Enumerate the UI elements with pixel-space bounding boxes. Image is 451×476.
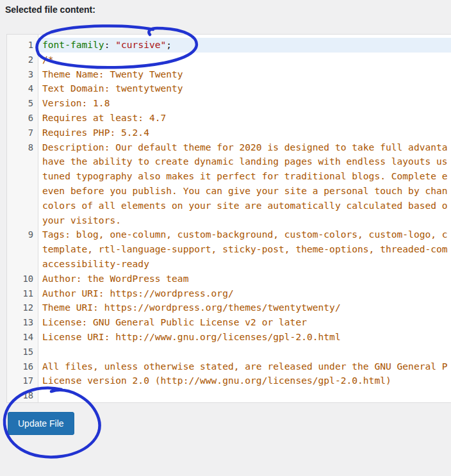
line-number: 3 <box>7 67 38 82</box>
code-line[interactable]: your visitors. <box>7 213 451 228</box>
code-token: Description: Our default theme for 2020 … <box>42 142 448 152</box>
code-line[interactable]: 8Description: Our default theme for 2020… <box>7 140 451 155</box>
code-text[interactable]: Text Domain: twentytwenty <box>38 81 451 96</box>
line-number: 7 <box>7 126 38 140</box>
code-token: Theme Name: Twenty Twenty <box>42 69 183 79</box>
code-token: font-family <box>42 39 104 50</box>
code-line[interactable]: 3Theme Name: Twenty Twenty <box>7 67 451 82</box>
code-token: Version: 1.8 <box>42 97 110 108</box>
code-token: your visitors. <box>42 215 121 226</box>
code-line[interactable]: 18 <box>7 388 451 403</box>
code-token: License URI: http://www.gnu.org/licenses… <box>42 331 341 342</box>
code-line[interactable]: 6Requires at least: 4.7 <box>7 111 451 126</box>
code-token: Requires PHP: 5.2.4 <box>42 127 149 138</box>
code-token: template, rtl-language-support, sticky-p… <box>42 243 448 254</box>
line-number <box>7 213 38 228</box>
line-number: 15 <box>7 345 38 359</box>
code-line[interactable]: 1font-family: "cursive"; <box>7 38 451 53</box>
code-token: License: GNU General Public License v2 o… <box>42 316 307 327</box>
code-text[interactable]: Version: 1.8 <box>38 96 451 111</box>
code-text[interactable]: Author: the WordPress team <box>38 272 451 286</box>
code-line[interactable]: 11Author URI: https://wordpress.org/ <box>7 286 451 301</box>
code-text[interactable]: All files, unless otherwise stated, are … <box>38 359 451 374</box>
line-number: 8 <box>7 140 38 155</box>
code-line[interactable]: accessibility-ready <box>7 257 451 272</box>
code-token: /* <box>42 54 54 65</box>
code-text[interactable]: Author URI: https://wordpress.org/ <box>38 286 451 301</box>
code-line[interactable]: have the ability to create dynamic landi… <box>7 154 451 169</box>
code-token: All files, unless otherwise stated, are … <box>42 361 448 372</box>
line-number: 5 <box>7 96 38 111</box>
line-number: 16 <box>7 359 38 374</box>
code-line[interactable]: tuned typography also makes it perfect f… <box>7 169 451 184</box>
code-text[interactable] <box>38 388 451 403</box>
code-line[interactable]: 7Requires PHP: 5.2.4 <box>7 126 451 140</box>
code-text[interactable]: License: GNU General Public License v2 o… <box>38 315 451 330</box>
code-line[interactable]: 10Author: the WordPress team <box>7 272 451 286</box>
code-text[interactable]: Tags: blog, one-column, custom-backgroun… <box>38 227 451 242</box>
code-text[interactable]: /* <box>38 53 451 67</box>
code-token: "cursive" <box>115 39 166 50</box>
code-line[interactable]: 16All files, unless otherwise stated, ar… <box>7 359 451 374</box>
code-token: License version 2.0 (http://www.gnu.org/… <box>42 375 391 386</box>
line-number <box>7 257 38 272</box>
code-text[interactable]: your visitors. <box>38 213 451 228</box>
code-text[interactable]: Description: Our default theme for 2020 … <box>38 140 451 155</box>
code-token: Author: the WordPress team <box>42 273 188 284</box>
code-line[interactable]: 13License: GNU General Public License v2… <box>7 315 451 330</box>
code-token: accessibility-ready <box>42 258 149 269</box>
code-line[interactable]: colors of all elements on your site are … <box>7 199 451 213</box>
code-text[interactable]: License URI: http://www.gnu.org/licenses… <box>38 330 451 345</box>
code-line[interactable]: 9Tags: blog, one-column, custom-backgrou… <box>7 227 451 242</box>
code-line[interactable]: template, rtl-language-support, sticky-p… <box>7 242 451 257</box>
line-number <box>7 169 38 184</box>
line-number: 1 <box>7 38 38 53</box>
line-number: 9 <box>7 227 38 242</box>
line-number: 6 <box>7 111 38 126</box>
line-number: 4 <box>7 81 38 96</box>
line-number: 12 <box>7 300 38 315</box>
code-line[interactable]: 14License URI: http://www.gnu.org/licens… <box>7 330 451 345</box>
code-token: have the ability to create dynamic landi… <box>42 156 448 167</box>
code-text[interactable]: colors of all elements on your site are … <box>38 199 451 213</box>
code-line[interactable]: 17License version 2.0 (http://www.gnu.or… <box>7 373 451 388</box>
line-number: 17 <box>7 373 38 388</box>
code-text[interactable]: font-family: "cursive"; <box>38 38 451 53</box>
code-text[interactable]: License version 2.0 (http://www.gnu.org/… <box>38 373 451 388</box>
code-rows[interactable]: 1font-family: "cursive";2/*3Theme Name: … <box>7 35 451 403</box>
update-file-button[interactable]: Update File <box>8 412 74 435</box>
line-number: 13 <box>7 315 38 330</box>
code-token: Author URI: https://wordpress.org/ <box>42 288 234 299</box>
code-line[interactable]: even before you publish. You can give yo… <box>7 184 451 199</box>
code-token: Tags: blog, one-column, custom-backgroun… <box>42 229 448 240</box>
code-text[interactable]: Theme URI: https://wordpress.org/themes/… <box>38 300 451 315</box>
code-text[interactable]: Theme Name: Twenty Twenty <box>38 67 451 82</box>
code-token: : <box>104 39 116 50</box>
code-token: tuned typography also makes it perfect f… <box>42 170 448 181</box>
line-number: 11 <box>7 286 38 301</box>
code-editor[interactable]: 1font-family: "cursive";2/*3Theme Name: … <box>6 34 451 403</box>
code-token: even before you publish. You can give yo… <box>42 185 448 196</box>
code-token: Theme URI: https://wordpress.org/themes/… <box>42 302 341 313</box>
code-text[interactable]: Requires PHP: 5.2.4 <box>38 126 451 140</box>
line-number: 14 <box>7 330 38 345</box>
code-text[interactable]: tuned typography also makes it perfect f… <box>38 169 451 184</box>
code-line[interactable]: 2/* <box>7 53 451 67</box>
code-token: colors of all elements on your site are … <box>42 200 448 211</box>
line-number <box>7 242 38 257</box>
code-token: Requires at least: 4.7 <box>42 112 166 123</box>
code-text[interactable]: Requires at least: 4.7 <box>38 111 451 126</box>
code-text[interactable]: template, rtl-language-support, sticky-p… <box>38 242 451 257</box>
code-text[interactable]: have the ability to create dynamic landi… <box>38 154 451 169</box>
code-line[interactable]: 15 <box>7 345 451 359</box>
code-line[interactable]: 4Text Domain: twentytwenty <box>7 81 451 96</box>
code-token: Text Domain: twentytwenty <box>42 83 183 94</box>
code-line[interactable]: 12Theme URI: https://wordpress.org/theme… <box>7 300 451 315</box>
code-token: ; <box>166 39 172 50</box>
code-text[interactable] <box>38 345 451 359</box>
line-number <box>7 154 38 169</box>
code-text[interactable]: accessibility-ready <box>38 257 451 272</box>
line-number: 18 <box>7 388 38 403</box>
code-text[interactable]: even before you publish. You can give yo… <box>38 184 451 199</box>
code-line[interactable]: 5Version: 1.8 <box>7 96 451 111</box>
